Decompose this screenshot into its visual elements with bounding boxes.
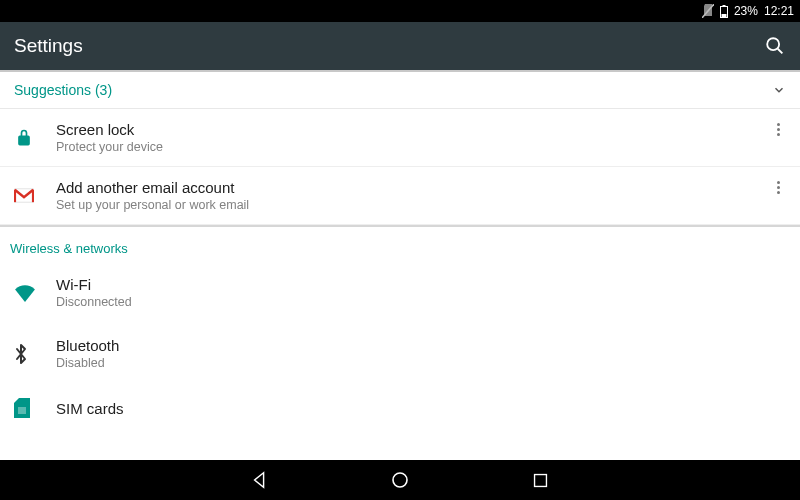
home-button[interactable] — [390, 470, 410, 490]
suggestion-subtitle: Protect your device — [56, 140, 163, 154]
suggestions-label: Suggestions (3) — [14, 82, 112, 98]
navigation-bar — [0, 460, 800, 500]
gmail-icon — [14, 188, 56, 203]
svg-rect-3 — [721, 14, 726, 17]
wifi-icon — [14, 284, 56, 302]
search-button[interactable] — [764, 35, 786, 57]
svg-rect-9 — [18, 407, 26, 414]
chevron-down-icon — [772, 83, 786, 97]
recents-button[interactable] — [530, 470, 550, 490]
page-title: Settings — [14, 35, 83, 57]
wifi-row[interactable]: Wi-Fi Disconnected — [0, 262, 800, 323]
setting-subtitle: Disabled — [56, 356, 119, 370]
back-button[interactable] — [250, 470, 270, 490]
suggestion-subtitle: Set up your personal or work email — [56, 198, 249, 212]
svg-point-10 — [393, 473, 407, 487]
svg-rect-11 — [534, 474, 546, 486]
suggestion-title: Add another email account — [56, 179, 249, 196]
settings-content: Suggestions (3) Screen lock Protect your… — [0, 72, 800, 462]
suggestions-header[interactable]: Suggestions (3) — [0, 72, 800, 109]
suggestion-add-email[interactable]: Add another email account Set up your pe… — [0, 167, 800, 225]
svg-point-4 — [767, 38, 779, 50]
battery-percent: 23% — [734, 4, 758, 18]
section-title: Wireless & networks — [0, 231, 800, 262]
suggestion-title: Screen lock — [56, 121, 163, 138]
wireless-networks-section: Wireless & networks Wi-Fi Disconnected B… — [0, 225, 800, 432]
overflow-menu-button[interactable] — [768, 177, 788, 197]
clock: 12:21 — [764, 4, 794, 18]
bluetooth-row[interactable]: Bluetooth Disabled — [0, 323, 800, 384]
overflow-menu-button[interactable] — [768, 119, 788, 139]
sim-cards-row[interactable]: SIM cards — [0, 384, 800, 432]
setting-title: SIM cards — [56, 400, 124, 417]
status-bar: 23% 12:21 — [0, 0, 800, 22]
battery-icon — [720, 5, 728, 18]
sim-icon — [14, 398, 56, 418]
setting-subtitle: Disconnected — [56, 295, 132, 309]
svg-line-5 — [778, 49, 783, 54]
no-sim-icon — [702, 4, 714, 18]
bluetooth-icon — [14, 343, 56, 365]
app-bar: Settings — [0, 22, 800, 70]
setting-title: Wi-Fi — [56, 276, 132, 293]
lock-icon — [14, 128, 56, 148]
suggestion-screen-lock[interactable]: Screen lock Protect your device — [0, 109, 800, 167]
setting-title: Bluetooth — [56, 337, 119, 354]
